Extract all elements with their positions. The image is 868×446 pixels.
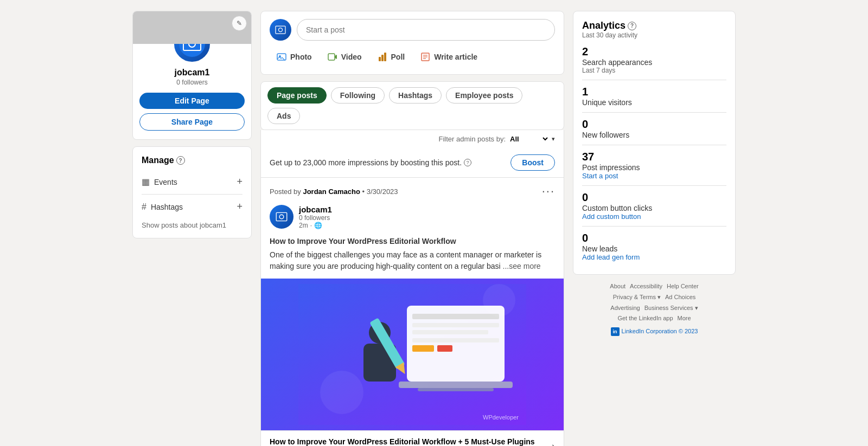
article-action[interactable]: Write article [413, 47, 484, 67]
manage-help-icon[interactable]: ? [176, 156, 185, 165]
tab-following[interactable]: Following [331, 87, 385, 104]
post-link-preview[interactable]: How to Improve Your WordPress Editorial … [261, 430, 564, 446]
search-appearances-number: 2 [582, 46, 726, 58]
post-globe-icon: 🌐 [314, 222, 322, 229]
post-header: Posted by Jordan Camacho • 3/30/2023 ··· [261, 178, 564, 205]
svg-point-19 [279, 215, 284, 219]
share-page-button[interactable]: Share Page [139, 113, 245, 131]
tab-page-posts[interactable]: Page posts [267, 87, 327, 104]
profile-banner: ✎ [133, 11, 251, 44]
profile-info: jobcam1 0 followers Edit Page Share Page [133, 68, 251, 139]
analytics-help-icon[interactable]: ? [628, 22, 636, 30]
hashtag-icon: # [142, 202, 146, 212]
footer-accessibility[interactable]: Accessibility [630, 281, 662, 292]
svg-rect-10 [328, 54, 335, 60]
boost-help-icon[interactable]: ? [464, 159, 471, 166]
unique-visitors-stat: 1 Unique visitors [582, 86, 726, 107]
filter-label: Filter admin posts by: [438, 135, 506, 143]
svg-rect-13 [384, 53, 386, 61]
post-composer: Photo Video Poll Write article [260, 11, 564, 75]
filter-select[interactable]: All My posts [508, 134, 550, 144]
add-event-icon[interactable]: + [237, 176, 242, 188]
boost-banner: Get up to 23,000 more impressions by boo… [260, 148, 564, 178]
svg-rect-8 [277, 54, 286, 60]
custom-clicks-stat: 0 Custom button clicks Add custom button [582, 191, 726, 221]
post-image: WPdeveloper [261, 279, 564, 430]
svg-rect-27 [437, 345, 452, 352]
composer-avatar [270, 19, 291, 41]
tab-hashtags[interactable]: Hashtags [389, 87, 442, 104]
svg-text:WPdeveloper: WPdeveloper [483, 414, 519, 421]
boost-button[interactable]: Boost [510, 154, 555, 171]
post-time-ago: 2m [299, 222, 308, 229]
post-see-more[interactable]: ...see more [503, 262, 541, 270]
post-date: 3/30/2023 [367, 188, 398, 196]
svg-rect-29 [418, 388, 494, 391]
linkedin-logo: in [611, 327, 620, 336]
footer-advertising[interactable]: Advertising [610, 303, 640, 314]
post-author-section: jobcam1 0 followers 2m · 🌐 [261, 205, 564, 236]
posted-by-label: Posted by [270, 188, 301, 196]
manage-events-item[interactable]: ▦ Events + [142, 172, 242, 192]
show-posts-link[interactable]: Show posts about jobcam1 [142, 221, 242, 229]
search-appearances-label: Search appearances [582, 58, 726, 67]
start-post-input[interactable] [297, 19, 555, 41]
analytics-divider-2 [582, 112, 726, 113]
svg-rect-23 [412, 323, 499, 327]
post-body: How to Improve Your WordPress Editorial … [261, 236, 564, 279]
post-page-name: jobcam1 [299, 205, 332, 214]
svg-point-7 [279, 28, 283, 32]
search-appearances-sub: Last 7 days [582, 67, 726, 74]
post-meta: 2m · 🌐 [299, 222, 332, 229]
new-followers-number: 0 [582, 118, 726, 131]
profile-followers: 0 followers [139, 79, 245, 86]
linkedin-brand: in LinkedIn Corporation © 2023 [573, 326, 736, 337]
edit-page-button[interactable]: Edit Page [139, 93, 245, 109]
custom-clicks-number: 0 [582, 191, 726, 204]
svg-point-34 [320, 371, 363, 414]
unique-visitors-number: 1 [582, 86, 726, 98]
photo-action[interactable]: Photo [270, 47, 318, 67]
tab-ads[interactable]: Ads [267, 108, 300, 124]
footer-ad-choices[interactable]: Ad Choices [665, 292, 695, 303]
manage-hashtags-item[interactable]: # Hashtags + [142, 197, 242, 217]
tab-employee-posts[interactable]: Employee posts [446, 87, 522, 104]
post-title: How to Improve Your WordPress Editorial … [270, 236, 555, 247]
video-action[interactable]: Video [321, 47, 368, 67]
post-author-name: Jordan Camacho [303, 188, 360, 196]
custom-clicks-label: Custom button clicks [582, 204, 726, 212]
new-leads-number: 0 [582, 232, 726, 244]
svg-rect-22 [412, 314, 499, 319]
post-more-button[interactable]: ··· [542, 185, 555, 197]
analytics-divider-5 [582, 226, 726, 227]
post-card: Posted by Jordan Camacho • 3/30/2023 ···… [260, 178, 564, 446]
boost-banner-text: Get up to 23,000 more impressions by boo… [270, 158, 462, 167]
footer-more[interactable]: More [678, 313, 691, 324]
footer-help-center[interactable]: Help Center [667, 281, 699, 292]
footer-links: About Accessibility Help Center Privacy … [573, 281, 736, 337]
filter-bar: Filter admin posts by: All My posts ▾ [260, 130, 564, 148]
new-followers-label: New followers [582, 131, 726, 139]
post-impressions-link[interactable]: Start a post [582, 172, 726, 180]
new-leads-link[interactable]: Add lead gen form [582, 253, 726, 261]
analytics-card: Analytics ? Last 30 day activity 2 Searc… [573, 11, 736, 275]
svg-rect-12 [381, 55, 384, 61]
analytics-subtitle: Last 30 day activity [582, 31, 726, 39]
analytics-divider-3 [582, 145, 726, 145]
manage-card: Manage ? ▦ Events + # Hashtags + Show po… [132, 146, 252, 238]
svg-rect-26 [412, 345, 434, 352]
footer-business-services[interactable]: Business Services ▾ [644, 303, 698, 314]
footer-privacy[interactable]: Privacy & Terms ▾ [613, 292, 661, 303]
new-leads-label: New leads [582, 244, 726, 253]
custom-clicks-link[interactable]: Add custom button [582, 212, 726, 221]
calendar-icon: ▦ [142, 177, 150, 187]
post-page-followers: 0 followers [299, 214, 332, 222]
post-author-avatar [270, 205, 293, 229]
footer-about[interactable]: About [610, 281, 626, 292]
banner-edit-icon[interactable]: ✎ [232, 16, 247, 31]
post-link-chevron-icon: › [552, 441, 555, 447]
poll-action[interactable]: Poll [371, 47, 412, 67]
footer-get-app[interactable]: Get the LinkedIn app [617, 313, 673, 324]
add-hashtag-icon[interactable]: + [237, 201, 242, 212]
post-impressions-number: 37 [582, 151, 726, 163]
